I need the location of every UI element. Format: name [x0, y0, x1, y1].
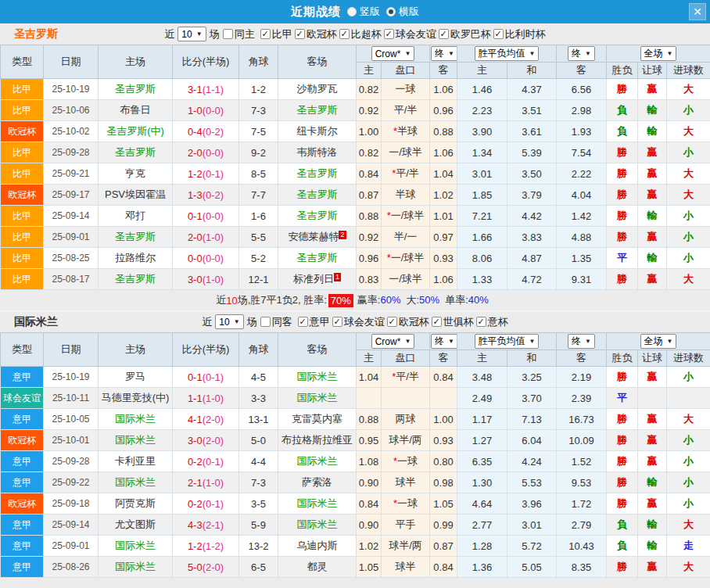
final-odds-header-2: 终▼ — [557, 333, 607, 350]
match-date: 25-09-21 — [44, 163, 99, 185]
home-odds: 0.84 — [357, 493, 382, 514]
avg-away-odds: 4.88 — [557, 227, 607, 248]
handicap-cell: 一球 — [382, 79, 430, 100]
home-odds: 0.88 — [357, 409, 382, 430]
avg-select[interactable]: 胜平负均值▼ — [475, 46, 540, 61]
scope-select[interactable]: 全场▼ — [640, 334, 677, 349]
league-checkbox[interactable]: 欧罗巴杯 — [439, 27, 491, 41]
handicap-cell: *平/半 — [382, 367, 430, 388]
home-team-cell: 马德里竞技(中) — [99, 388, 173, 409]
league-checkbox[interactable]: 比超杯 — [339, 27, 382, 41]
col-handicap: 盘口 — [382, 350, 430, 367]
league-checkbox[interactable]: 意甲 — [298, 315, 330, 329]
fulltime-score: 4-3 — [188, 519, 203, 531]
match-count-select[interactable]: 10 ▼ — [178, 27, 206, 41]
home-odds: 0.96 — [357, 248, 382, 269]
home-team-cell: 卡利亚里 — [99, 451, 173, 472]
final-select-1[interactable]: 终▼ — [431, 334, 457, 349]
match-count-select[interactable]: 10 ▼ — [215, 314, 243, 329]
league-checkbox[interactable]: 比利时杯 — [493, 27, 546, 41]
corner-score: 1-6 — [239, 206, 278, 227]
avg-draw-odds: 5.05 — [507, 557, 557, 578]
avg-home-odds: 1.30 — [457, 472, 507, 493]
fulltime-score: 1-1 — [188, 393, 203, 404]
home-team-label: 尤文图斯 — [115, 518, 156, 530]
close-button[interactable]: ✕ — [689, 3, 706, 20]
league-checkbox[interactable]: 世俱杯 — [432, 315, 474, 329]
avg-away-odds: 9.31 — [557, 269, 607, 290]
handicap-value: 一球 — [397, 497, 418, 509]
avg-home-odds: 8.06 — [457, 248, 507, 269]
final-select-2[interactable]: 终▼ — [568, 46, 595, 61]
avg-away-odds: 6.56 — [557, 79, 607, 100]
venue-checkbox[interactable]: 同客 — [260, 315, 292, 329]
home-team-cell: 圣吉罗斯 — [99, 79, 173, 100]
result-cell: 負 — [607, 536, 638, 557]
league-filter-list: 比甲 欧冠杯 比超杯 球会友谊 欧罗巴杯 比利时杯 — [258, 27, 546, 41]
recent-results-dialog: 近期战绩 竖版 横版 ✕ 圣吉罗斯 近 10 ▼ 场 同主 — [0, 0, 710, 588]
handicap-result-cell: 贏 — [638, 142, 667, 163]
avg-select[interactable]: 胜平负均值▼ — [475, 334, 540, 349]
avg-home-odds: 3.01 — [457, 163, 507, 185]
layout-radio-horizontal[interactable]: 横版 — [386, 5, 419, 19]
final-select-2[interactable]: 终▼ — [568, 334, 595, 349]
goals-result-cell: 小 — [667, 367, 710, 388]
col-date: 日期 — [44, 333, 99, 367]
home-team-label: 亨克 — [125, 167, 145, 179]
handicap-result-cell — [638, 388, 667, 409]
venue-checkbox[interactable]: 同主 — [223, 27, 255, 41]
checkbox-icon — [260, 29, 271, 39]
league-checkbox[interactable]: 欧冠杯 — [295, 27, 337, 41]
away-team-cell: 萨索洛 — [278, 472, 357, 493]
home-team-cell: 布鲁日 — [99, 100, 173, 121]
checkbox-icon — [476, 317, 486, 327]
match-date: 25-09-28 — [44, 451, 99, 472]
league-checkbox[interactable]: 欧冠杯 — [387, 315, 429, 329]
league-checkbox[interactable]: 球会友谊 — [384, 27, 436, 41]
avg-header: 胜平负均值▼ — [457, 45, 557, 63]
home-team-label: PSV埃因霍温 — [105, 188, 166, 200]
away-team-cell: 圣吉罗斯 — [278, 163, 357, 185]
result-cell: 勝 — [607, 472, 638, 493]
table-row: 意甲 25-08-26 国际米兰 5-0(2-0) 6-5 都灵 1.05 球半… — [1, 557, 710, 578]
match-type-badge: 欧冠杯 — [1, 121, 44, 142]
final-select-1[interactable]: 终▼ — [431, 46, 457, 61]
league-checkbox[interactable]: 比甲 — [260, 27, 292, 41]
layout-radio-vertical[interactable]: 竖版 — [347, 5, 380, 19]
away-team-label: 国际米兰 — [297, 497, 338, 509]
away-team-label: 韦斯特洛 — [297, 146, 338, 158]
final-odds-header-1: 终▼ — [430, 333, 457, 350]
score-cell: 0-2(0-1) — [173, 493, 239, 514]
match-date: 25-09-17 — [44, 185, 99, 206]
match-date: 25-10-11 — [44, 388, 99, 409]
home-odds: 0.88 — [357, 206, 382, 227]
home-team-cell: 尤文图斯 — [99, 514, 173, 536]
scope-select[interactable]: 全场▼ — [640, 46, 677, 61]
corner-score: 4-4 — [239, 451, 278, 472]
halftime-score: (0-1) — [203, 168, 224, 180]
halftime-score: (0-1) — [203, 371, 224, 383]
bookmaker-header: Crow*▼ — [357, 45, 430, 63]
match-type-badge: 比甲 — [1, 163, 44, 185]
col-corner: 角球 — [239, 45, 278, 79]
away-odds: 1.05 — [430, 493, 457, 514]
col-avg-draw: 和 — [507, 63, 557, 79]
score-cell: 0-0(0-0) — [173, 248, 239, 269]
halftime-score: (1-0) — [203, 393, 224, 404]
home-odds: 0.82 — [357, 79, 382, 100]
league-checkbox[interactable]: 意杯 — [476, 315, 508, 329]
bookmaker-header: Crow*▼ — [357, 333, 430, 350]
away-team-label: 都灵 — [307, 561, 328, 572]
league-checkbox[interactable]: 球会友谊 — [332, 315, 385, 329]
home-odds: 1.00 — [357, 121, 382, 142]
fulltime-score: 4-1 — [188, 414, 203, 425]
bookmaker-select[interactable]: Crow*▼ — [371, 46, 415, 61]
avg-draw-odds: 7.13 — [507, 409, 557, 430]
away-team-cell: 国际米兰 — [278, 493, 357, 514]
handicap-cell: 半/一 — [382, 227, 430, 248]
away-team-label: 布拉格斯拉维亚 — [281, 434, 353, 446]
bookmaker-select[interactable]: Crow*▼ — [371, 334, 415, 349]
filter-controls: 近 10 ▼ 场 同主 比甲 欧冠杯 比超杯 球会友谊 欧罗 — [164, 27, 545, 41]
handicap-value: 半球 — [396, 188, 416, 200]
chevron-down-icon: ▼ — [529, 50, 536, 57]
